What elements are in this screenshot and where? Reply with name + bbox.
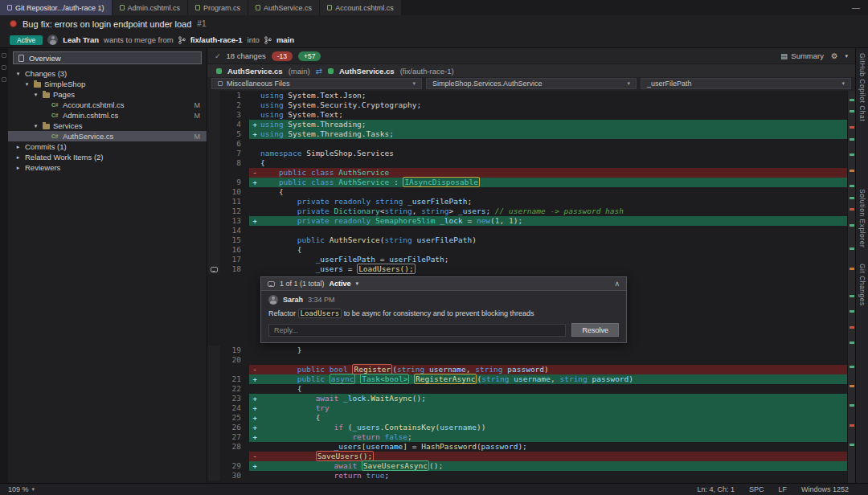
tool-tab-github-copilot-chat[interactable]: GitHub Copilot Chat: [858, 53, 866, 121]
gear-icon[interactable]: ⚙: [831, 51, 838, 60]
code-line[interactable]: 30 return true;: [207, 471, 847, 481]
tab-label: AuthService.cs: [264, 4, 312, 12]
tree-item[interactable]: ▾Changes (3): [8, 68, 207, 79]
minimize-icon[interactable]: —: [852, 3, 860, 12]
code-line[interactable]: - SaveUsers();: [207, 452, 847, 461]
code-line[interactable]: 21+ public async Task<bool> RegisterAsyn…: [207, 374, 847, 384]
tool-tab-solution-explorer[interactable]: Solution Explorer: [858, 189, 866, 248]
resolve-button[interactable]: Resolve: [571, 323, 619, 337]
code-token: :: [389, 178, 403, 186]
code-line[interactable]: 28 _users[username] = HashPassword(passw…: [207, 442, 847, 452]
chevron-down-icon[interactable]: ▾: [356, 279, 359, 288]
code-line[interactable]: - public class AuthService: [207, 168, 847, 178]
tree-item[interactable]: C#Admin.cshtml.csM: [8, 110, 207, 121]
overview-ruler[interactable]: [847, 91, 855, 483]
zoom-control[interactable]: 109 % ▾: [8, 485, 35, 493]
diff-mark: [850, 224, 854, 227]
code-line[interactable]: 11 private readonly string _userFilePath…: [207, 197, 847, 207]
code-line[interactable]: 23+ await _lock.WaitAsync();: [207, 394, 847, 403]
tree-item[interactable]: C#Account.cshtml.csM: [8, 100, 207, 110]
line-number: 9: [220, 178, 249, 187]
code-text: using System.Security.Cryptography;: [260, 100, 847, 110]
code-line[interactable]: 15 public AuthService(string userFilePat…: [207, 235, 847, 245]
activity-icon[interactable]: [2, 65, 6, 70]
activity-icon[interactable]: [2, 77, 6, 82]
code-line[interactable]: 7namespace SimpleShop.Services: [207, 149, 847, 158]
code-line[interactable]: 27+ return false;: [207, 432, 847, 442]
code-line[interactable]: 10 {: [207, 187, 847, 197]
code-line[interactable]: 20: [207, 355, 847, 365]
code-line[interactable]: 29+ await SaveUsersAsync();: [207, 461, 847, 471]
code-line[interactable]: 6: [207, 139, 847, 149]
diff-mark: [850, 366, 854, 368]
diff-mark: [850, 153, 854, 156]
code-line[interactable]: 1using System.Text.Json;: [207, 91, 847, 100]
comment-bubble-icon[interactable]: [211, 267, 218, 272]
tree-item[interactable]: ▾Pages: [8, 89, 207, 100]
tree-item[interactable]: ▾SimpleShop: [8, 79, 207, 89]
diff-marker: [249, 235, 260, 245]
diff-marker: [249, 346, 260, 355]
status-item[interactable]: LF: [778, 485, 787, 493]
code-token: if: [334, 423, 343, 432]
code-token: [260, 394, 316, 403]
code-line[interactable]: 22 {: [207, 384, 847, 394]
document-tab[interactable]: AuthService.cs: [248, 0, 320, 15]
tree-item[interactable]: ▸Reviewers: [8, 162, 207, 173]
code-line[interactable]: 12 private Dictionary<string, string> _u…: [207, 207, 847, 216]
collapse-icon[interactable]: ∧: [614, 279, 620, 288]
code-line[interactable]: 8{: [207, 158, 847, 168]
document-tab[interactable]: Program.cs: [188, 0, 248, 15]
code-text: using System.Text;: [260, 110, 847, 120]
project-dropdown[interactable]: Miscellaneous Files ▾: [211, 78, 422, 89]
member-dropdown[interactable]: _userFilePath ▾: [641, 78, 851, 89]
code-token: true: [366, 471, 385, 480]
code-line[interactable]: 4+using System.Threading;: [207, 120, 847, 129]
code-line[interactable]: 25+ {: [207, 413, 847, 423]
code-line[interactable]: 13+ private readonly SemaphoreSlim _lock…: [207, 216, 847, 226]
document-tab[interactable]: Git Repositor.../auth-race 1): [0, 0, 113, 15]
thread-status[interactable]: Active: [330, 279, 351, 288]
diff-mark: [850, 310, 854, 313]
code-token: );: [514, 216, 522, 225]
code-line[interactable]: 3using System.Text;: [207, 110, 847, 120]
code-line[interactable]: 5+using System.Threading.Tasks;: [207, 129, 847, 139]
code-line[interactable]: 26+ if (_users.ContainsKey(username)): [207, 423, 847, 432]
sidebar-item-overview[interactable]: Overview: [13, 51, 202, 64]
branch-icon: [264, 36, 272, 44]
file-compare-bar: AuthService.cs (main) ⇄ AuthService.cs (…: [207, 63, 855, 77]
source-branch[interactable]: fix/auth-race-1: [190, 35, 243, 44]
comment-thread-header[interactable]: 1 of 1 (1 total) Active ▾ ∧: [261, 277, 626, 291]
code-line[interactable]: - public bool Register(string username, …: [207, 365, 847, 374]
code-line[interactable]: 2using System.Security.Cryptography;: [207, 100, 847, 110]
code-line[interactable]: 16 {: [207, 245, 847, 255]
project-dropdown-value: Miscellaneous Files: [227, 80, 290, 88]
tree-item[interactable]: C#AuthService.csM: [8, 131, 207, 141]
code-text: {: [260, 384, 847, 394]
type-dropdown[interactable]: SimpleShop.Services.AuthService ▾: [426, 78, 637, 89]
tool-tab-git-changes[interactable]: Git Changes: [858, 264, 866, 306]
activity-icon[interactable]: [2, 53, 6, 58]
chevron-down-icon[interactable]: ▾: [845, 53, 848, 59]
code-line[interactable]: 14: [207, 226, 847, 235]
tree-item[interactable]: ▸Commits (1): [8, 141, 207, 152]
status-item[interactable]: Ln: 4, Ch: 1: [697, 485, 735, 493]
code-line[interactable]: 19 }: [207, 346, 847, 355]
document-tab[interactable]: Admin.cshtml.cs: [113, 0, 189, 15]
reply-input[interactable]: [268, 324, 566, 337]
code-line[interactable]: 17 _userFilePath = userFilePath;: [207, 255, 847, 264]
target-branch[interactable]: main: [276, 35, 294, 44]
code-line[interactable]: 24+ try: [207, 403, 847, 413]
tree-item[interactable]: ▾Services: [8, 121, 207, 131]
status-item[interactable]: Windows 1252: [801, 485, 849, 493]
code-lines[interactable]: 1using System.Text.Json;2using System.Se…: [207, 91, 847, 483]
tree-item[interactable]: ▸Related Work Items (2): [8, 152, 207, 162]
status-item[interactable]: SPC: [749, 485, 764, 493]
code-line[interactable]: 18 _users = LoadUsers();: [207, 264, 847, 274]
summary-button[interactable]: ▤ Summary: [780, 51, 824, 60]
code-token: System.Threading;: [284, 120, 366, 129]
document-tab[interactable]: Account.cshtml.cs: [320, 0, 402, 15]
zoom-value: 109 %: [8, 485, 29, 493]
code-line[interactable]: 9+ public class AuthService : IAsyncDisp…: [207, 178, 847, 187]
tree-item-label: Pages: [53, 90, 75, 99]
